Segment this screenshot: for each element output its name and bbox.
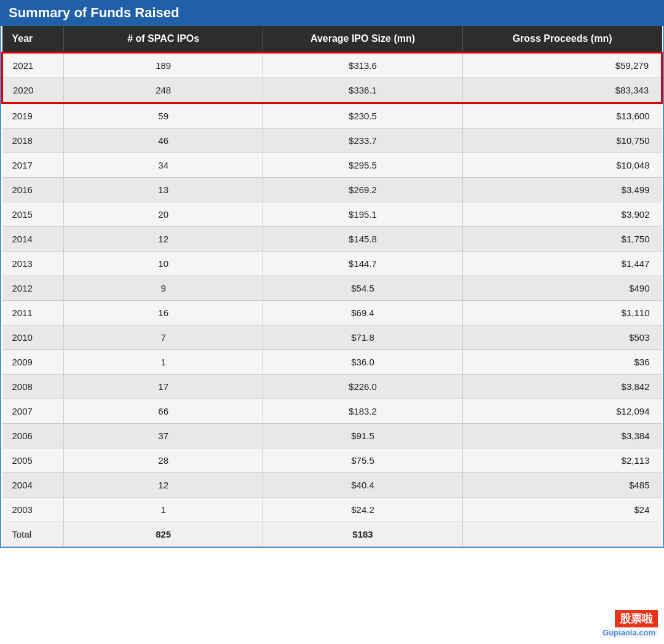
cell-gross-proceeds: $3,902 — [462, 202, 662, 227]
cell-avg-ipo-size: $54.5 — [263, 276, 462, 301]
cell-avg-ipo-size: $40.4 — [263, 473, 462, 498]
cell-year: 2008 — [2, 375, 64, 399]
table-row: 20107$71.8$503 — [2, 325, 662, 350]
cell-year: 2012 — [2, 276, 64, 301]
table-container: Year # of SPAC IPOs Average IPO Size (mn… — [0, 26, 664, 548]
cell-year: 2005 — [2, 448, 64, 473]
cell-gross-proceeds: $485 — [462, 473, 662, 498]
cell-total-avg-ipo-size: $183 — [263, 522, 462, 547]
table-row: 200766$183.2$12,094 — [2, 399, 662, 424]
cell-avg-ipo-size: $91.5 — [263, 424, 462, 448]
cell-gross-proceeds: $1,110 — [462, 301, 662, 325]
cell-year: 2019 — [2, 103, 64, 129]
title-bar: Summary of Funds Raised — [0, 0, 664, 26]
cell-year: 2007 — [2, 399, 64, 424]
cell-year: 2004 — [2, 473, 64, 498]
cell-spac-ipos: 34 — [64, 153, 263, 178]
cell-spac-ipos: 59 — [64, 103, 263, 129]
cell-spac-ipos: 12 — [64, 473, 263, 498]
table-row: 201520$195.1$3,902 — [2, 202, 662, 227]
cell-avg-ipo-size: $295.5 — [263, 153, 462, 178]
cell-year: 2015 — [2, 202, 64, 227]
cell-gross-proceeds: $10,048 — [462, 153, 662, 178]
cell-gross-proceeds: $3,842 — [462, 375, 662, 399]
col-header-year: Year — [2, 26, 64, 53]
page-title: Summary of Funds Raised — [9, 5, 180, 20]
table-row: 201613$269.2$3,499 — [2, 178, 662, 202]
cell-year: 2018 — [2, 129, 64, 153]
table-row: 201116$69.4$1,110 — [2, 301, 662, 325]
cell-avg-ipo-size: $195.1 — [263, 202, 462, 227]
cell-year: 2006 — [2, 424, 64, 448]
table-row: 20031$24.2$24 — [2, 498, 662, 522]
cell-year: 2003 — [2, 498, 64, 522]
cell-spac-ipos: 46 — [64, 129, 263, 153]
cell-avg-ipo-size: $144.7 — [263, 252, 462, 276]
watermark-site: Gupiaola.com — [600, 627, 658, 638]
cell-gross-proceeds: $36 — [462, 350, 662, 375]
cell-avg-ipo-size: $269.2 — [263, 178, 462, 202]
cell-gross-proceeds: $12,094 — [462, 399, 662, 424]
cell-spac-ipos: 9 — [64, 276, 263, 301]
cell-spac-ipos: 16 — [64, 301, 263, 325]
table-header-row: Year # of SPAC IPOs Average IPO Size (mn… — [2, 26, 662, 53]
cell-year: 2013 — [2, 252, 64, 276]
total-row: Total825$183 — [2, 522, 662, 547]
table-row: 200528$75.5$2,113 — [2, 448, 662, 473]
page-wrapper: Summary of Funds Raised Year # of SPAC I… — [0, 0, 664, 644]
cell-total-gross-proceeds — [462, 522, 662, 547]
cell-gross-proceeds: $3,499 — [462, 178, 662, 202]
cell-year: 2011 — [2, 301, 64, 325]
cell-gross-proceeds: $83,343 — [462, 78, 662, 103]
cell-avg-ipo-size: $24.2 — [263, 498, 462, 522]
cell-year: 2020 — [2, 78, 64, 103]
cell-spac-ipos: 12 — [64, 227, 263, 252]
cell-avg-ipo-size: $336.1 — [263, 78, 462, 103]
watermark: 股票啦 Gupiaola.com — [600, 610, 658, 638]
cell-avg-ipo-size: $75.5 — [263, 448, 462, 473]
table-row: 2021189$313.6$59,279 — [2, 53, 662, 78]
table-row: 201959$230.5$13,600 — [2, 103, 662, 129]
cell-avg-ipo-size: $183.2 — [263, 399, 462, 424]
table-row: 201310$144.7$1,447 — [2, 252, 662, 276]
cell-spac-ipos: 10 — [64, 252, 263, 276]
cell-avg-ipo-size: $313.6 — [263, 53, 462, 78]
cell-spac-ipos: 7 — [64, 325, 263, 350]
summary-table: Year # of SPAC IPOs Average IPO Size (mn… — [1, 26, 663, 547]
table-row: 201412$145.8$1,750 — [2, 227, 662, 252]
cell-spac-ipos: 37 — [64, 424, 263, 448]
cell-spac-ipos: 20 — [64, 202, 263, 227]
cell-spac-ipos: 189 — [64, 53, 263, 78]
cell-year: 2010 — [2, 325, 64, 350]
cell-gross-proceeds: $24 — [462, 498, 662, 522]
cell-total-label: Total — [2, 522, 64, 547]
table-row: 201734$295.5$10,048 — [2, 153, 662, 178]
cell-avg-ipo-size: $230.5 — [263, 103, 462, 129]
cell-spac-ipos: 17 — [64, 375, 263, 399]
cell-avg-ipo-size: $145.8 — [263, 227, 462, 252]
table-row: 200817$226.0$3,842 — [2, 375, 662, 399]
cell-year: 2014 — [2, 227, 64, 252]
table-row: 2020248$336.1$83,343 — [2, 78, 662, 103]
col-header-avg-ipo-size: Average IPO Size (mn) — [263, 26, 462, 53]
cell-spac-ipos: 13 — [64, 178, 263, 202]
cell-avg-ipo-size: $233.7 — [263, 129, 462, 153]
cell-gross-proceeds: $2,113 — [462, 448, 662, 473]
cell-avg-ipo-size: $36.0 — [263, 350, 462, 375]
table-row: 200412$40.4$485 — [2, 473, 662, 498]
cell-spac-ipos: 1 — [64, 350, 263, 375]
table-row: 201846$233.7$10,750 — [2, 129, 662, 153]
table-row: 20091$36.0$36 — [2, 350, 662, 375]
cell-avg-ipo-size: $71.8 — [263, 325, 462, 350]
cell-spac-ipos: 248 — [64, 78, 263, 103]
cell-year: 2016 — [2, 178, 64, 202]
cell-avg-ipo-size: $69.4 — [263, 301, 462, 325]
table-body: 2021189$313.6$59,2792020248$336.1$83,343… — [2, 53, 662, 547]
cell-gross-proceeds: $503 — [462, 325, 662, 350]
cell-year: 2009 — [2, 350, 64, 375]
watermark-brand: 股票啦 — [615, 610, 658, 627]
table-row: 20129$54.5$490 — [2, 276, 662, 301]
cell-year: 2021 — [2, 53, 64, 78]
cell-gross-proceeds: $490 — [462, 276, 662, 301]
cell-gross-proceeds: $1,750 — [462, 227, 662, 252]
